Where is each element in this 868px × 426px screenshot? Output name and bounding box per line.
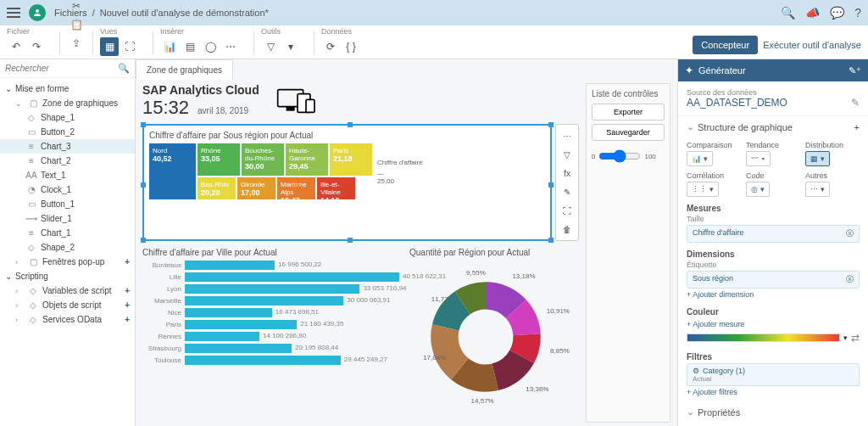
donut-label: 9,55% [466, 269, 486, 277]
run-analysis-button[interactable]: Exécuter outil d'analyse [763, 40, 861, 50]
tree-item-slider1[interactable]: ⟿Slider_1 [0, 211, 135, 226]
undo-button[interactable]: ↶ [7, 37, 25, 56]
insert-chart-button[interactable]: 📊 [160, 37, 179, 56]
treemap-cell[interactable]: Paris21,18 [330, 143, 372, 176]
bar-row[interactable]: Paris21 180 439,35 [142, 320, 399, 329]
add-dimension-button[interactable]: + Ajouter dimension [687, 289, 860, 300]
measure-pill[interactable]: Chiffre d'affaireⓧ [687, 225, 860, 243]
clock-date: avril 18, 2019 [198, 106, 248, 115]
filter-pill[interactable]: ⚙Category (1) Actual [687, 363, 860, 386]
paste-button[interactable]: 📋 [67, 15, 86, 34]
tree-item-chart2[interactable]: ≡Chart_2 [0, 154, 135, 168]
insert-more-button[interactable]: ⋯ [221, 37, 240, 56]
chat-icon[interactable]: 💬 [830, 6, 844, 20]
swap-colors-icon[interactable]: ⇄ [851, 332, 860, 344]
tree-odata[interactable]: ›◇Services OData+ [0, 312, 135, 327]
tree-script-objs[interactable]: ›◇Objets de script+ [0, 298, 135, 312]
tree-item-text1[interactable]: AAText_1 [0, 168, 135, 182]
ct-comparison[interactable]: 📊 ▾ [687, 151, 713, 166]
donut-chart-widget[interactable]: Quantité par Région pour Actual 13,18%10… [409, 248, 579, 415]
ct-trend[interactable]: 〰 ▾ [746, 151, 771, 166]
tree-script-vars[interactable]: ›◇Variables de script+ [0, 283, 135, 298]
tree-section-format[interactable]: ⌄Mise en forme [0, 81, 135, 96]
announce-icon[interactable]: 📣 [805, 6, 820, 20]
ct-distribution[interactable]: ▦ ▾ [805, 151, 830, 166]
chart-treemap-widget[interactable]: Chiffre d'affaire par Sous région pour A… [142, 124, 552, 241]
bar-row[interactable]: Rennes14 100 286,80 [142, 332, 399, 341]
search-icon[interactable]: 🔍 [118, 63, 130, 74]
redo-button[interactable]: ↷ [27, 37, 46, 56]
bar-row[interactable]: Marseille30 000 063,91 [142, 296, 399, 305]
treemap-cell[interactable]: Bas-Rhin20,20 [198, 177, 236, 199]
tree-section-scripting[interactable]: ⌄Scripting [0, 269, 135, 283]
treemap-cell[interactable]: Bouches-du-Rhône30,00 [242, 143, 284, 176]
chart-edit-icon[interactable]: ✎ [559, 184, 575, 199]
donut-label: 10,91% [547, 307, 570, 315]
canvas-tab[interactable]: Zone de graphiques [136, 59, 233, 80]
wand-icon[interactable]: ✎⁺ [849, 65, 861, 76]
bar-row[interactable]: Nice16 473 698,51 [142, 308, 399, 317]
treemap-cell[interactable]: Nord40,52 [149, 143, 196, 199]
tools-filter-button[interactable]: ▽ [261, 37, 280, 56]
treemap-cell[interactable]: Rhône33,05 [198, 143, 240, 176]
export-button[interactable]: Exporter [592, 104, 665, 121]
insert-shape-button[interactable]: ◯ [201, 37, 220, 56]
add-filter-button[interactable]: + Ajouter filtres [687, 386, 860, 398]
avatar[interactable] [29, 4, 46, 21]
search-icon[interactable]: 🔍 [781, 6, 795, 20]
share-button[interactable]: ⇪ [67, 34, 86, 53]
ct-correlation[interactable]: ⋮⋮ ▾ [687, 182, 719, 197]
chart-fullscreen-icon[interactable]: ⛶ [559, 203, 575, 218]
tree-item-clock1[interactable]: ◔Clock_1 [0, 182, 135, 197]
tools-more-button[interactable]: ▾ [281, 37, 300, 56]
clock-time: 15:32 [142, 97, 189, 119]
dimension-pill[interactable]: Sous régionⓧ [687, 271, 860, 289]
rp-source-name[interactable]: AA_DATASET_DEMO [687, 97, 787, 109]
treemap-cell[interactable]: Haute-Garonne29,45 [286, 143, 328, 176]
view-fullscreen-button[interactable]: ⛶ [120, 37, 139, 56]
tree-item-shape2[interactable]: ◇Shape_2 [0, 240, 135, 255]
data-code-button[interactable]: { } [342, 37, 360, 56]
color-gradient[interactable] [687, 334, 840, 342]
view-design-button[interactable]: ▦ [100, 37, 119, 56]
slider-input[interactable] [598, 149, 641, 163]
ct-other[interactable]: ⋯ ▾ [805, 182, 830, 197]
remove-measure-icon[interactable]: ⓧ [846, 228, 854, 239]
remove-dimension-icon[interactable]: ⓧ [846, 274, 854, 285]
data-refresh-button[interactable]: ⟳ [321, 37, 340, 56]
add-measure-button[interactable]: + Ajouter mesure [687, 318, 860, 330]
bar-row[interactable]: Lille40 518 622,31 [142, 272, 399, 282]
insert-table-button[interactable]: ▤ [181, 37, 199, 56]
toolbar-views-label: Vues [100, 27, 139, 36]
hamburger-menu-icon[interactable] [7, 8, 20, 18]
chart-fx-icon[interactable]: fx [559, 165, 575, 181]
treemap-cell[interactable]: Maritime Alps16,47 [277, 177, 315, 199]
edit-source-icon[interactable]: ✎ [851, 97, 860, 109]
rp-properties-title[interactable]: ⌄Propriétés [678, 401, 868, 423]
save-button[interactable]: Sauvegarder [592, 124, 665, 141]
tree-popup-windows[interactable]: ›▢Fenêtres pop-up+ [0, 255, 135, 269]
help-icon[interactable]: ? [854, 6, 861, 20]
treemap-cell[interactable]: Gironde17,00 [237, 177, 275, 199]
tree-item-button2[interactable]: ▭Button_2 [0, 125, 135, 139]
treemap-legend: Chiffre d'affaire — 25,00 [372, 143, 423, 199]
bar-row[interactable]: Lyon33 053 710,94 [142, 284, 399, 294]
tree-item-shape1[interactable]: ◇Shape_1 [0, 110, 135, 125]
rp-structure-title[interactable]: ⌄Structure de graphique+ [678, 116, 868, 137]
treemap-cell[interactable]: Ille-et-Vilaine14,10 [317, 177, 355, 199]
bar-chart-widget[interactable]: Chiffre d'affaire par Ville pour Actual … [142, 248, 399, 415]
tree-item-button1[interactable]: ▭Button_1 [0, 197, 135, 211]
tree-item-chart1[interactable]: ≡Chart_1 [0, 226, 135, 240]
tree-item-chart3[interactable]: ≡Chart_3 [0, 139, 135, 154]
search-input[interactable] [5, 64, 118, 73]
chart-more-icon[interactable]: ⋯ [559, 128, 575, 143]
bar-row[interactable]: Toulouse29 445 249,27 [142, 356, 399, 365]
chart-filter-icon[interactable]: ▽ [559, 147, 575, 162]
ct-code[interactable]: ◎ ▾ [746, 182, 770, 197]
bar-row[interactable]: Bordeaux16 996 500,22 [142, 261, 399, 270]
cut-button[interactable]: ✂ [67, 0, 86, 15]
chart-delete-icon[interactable]: 🗑 [559, 221, 575, 237]
bar-row[interactable]: Strasbourg20 195 808,44 [142, 344, 399, 353]
designer-button[interactable]: Concepteur [693, 36, 758, 54]
tree-chart-zone[interactable]: ⌄▢Zone de graphiques [0, 96, 135, 110]
